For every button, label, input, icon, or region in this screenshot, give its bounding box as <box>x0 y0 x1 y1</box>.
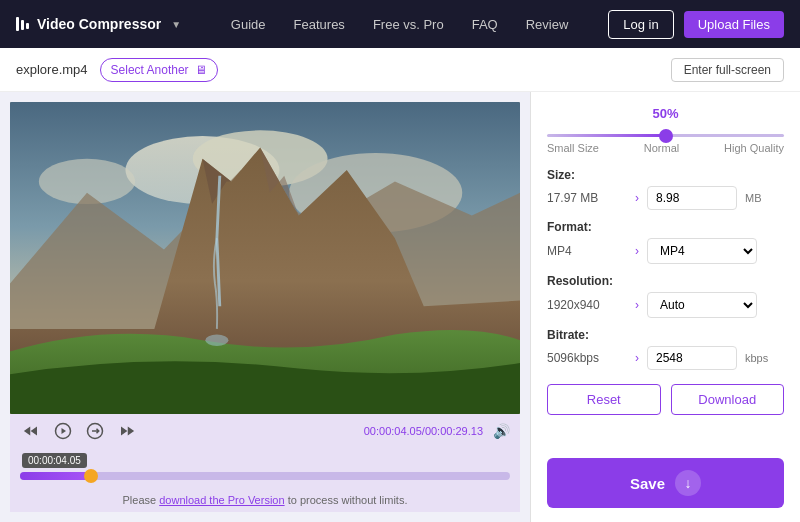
download-button[interactable]: Download <box>671 384 785 415</box>
upload-button[interactable]: Upload Files <box>684 11 784 38</box>
pro-text: Please download the Pro Version to proce… <box>10 488 520 512</box>
svg-marker-7 <box>62 428 67 434</box>
format-original: MP4 <box>547 244 627 258</box>
format-arrow-icon: › <box>635 244 639 258</box>
format-select[interactable]: MP4 AVI MOV MKV WebM <box>647 238 757 264</box>
video-section: 00:00:04.05/00:00:29.13 🔊 00:00:04.05 Pl… <box>0 92 530 522</box>
logo-icon <box>16 17 29 31</box>
size-unit: MB <box>745 192 762 204</box>
quality-slider[interactable] <box>547 134 784 137</box>
pro-link[interactable]: download the Pro Version <box>159 494 284 506</box>
label-high-quality: High Quality <box>724 142 784 154</box>
progress-thumb[interactable] <box>84 469 98 483</box>
format-label: Format: <box>547 220 784 234</box>
bitrate-input[interactable] <box>647 346 737 370</box>
volume-icon[interactable]: 🔊 <box>493 423 510 439</box>
navbar: Video Compressor ▼ Guide Features Free v… <box>0 0 800 48</box>
forward-icon <box>118 422 136 440</box>
size-arrow-icon: › <box>635 191 639 205</box>
loop-icon <box>86 422 104 440</box>
format-control: MP4 › MP4 AVI MOV MKV WebM <box>547 238 784 264</box>
forward-button[interactable] <box>116 420 138 442</box>
format-row: Format: MP4 › MP4 AVI MOV MKV WebM <box>547 220 784 264</box>
nav-features[interactable]: Features <box>294 17 345 32</box>
bitrate-original: 5096kbps <box>547 351 627 365</box>
monitor-icon: 🖥 <box>195 63 207 77</box>
nav-free-vs-pro[interactable]: Free vs. Pro <box>373 17 444 32</box>
resolution-control: 1920x940 › Auto 1920x1080 1280x720 854x4… <box>547 292 784 318</box>
settings-panel: 50% Small Size Normal High Quality Size:… <box>530 92 800 522</box>
progress-bar[interactable] <box>20 472 510 480</box>
subheader: explore.mp4 Select Another 🖥 Enter full-… <box>0 48 800 92</box>
select-another-label: Select Another <box>111 63 189 77</box>
size-row: Size: 17.97 MB › MB <box>547 168 784 210</box>
timestamp-bubble: 00:00:04.05 <box>22 453 87 468</box>
bitrate-label: Bitrate: <box>547 328 784 342</box>
bitrate-unit: kbps <box>745 352 768 364</box>
play-button[interactable] <box>52 420 74 442</box>
bitrate-control: 5096kbps › kbps <box>547 346 784 370</box>
mountain-svg <box>10 102 520 414</box>
logo: Video Compressor ▼ <box>16 16 181 32</box>
quality-section: 50% Small Size Normal High Quality <box>547 106 784 154</box>
label-small-size: Small Size <box>547 142 599 154</box>
pro-prefix: Please <box>123 494 160 506</box>
video-frame <box>10 102 520 414</box>
time-display: 00:00:04.05/00:00:29.13 <box>364 425 483 437</box>
size-label: Size: <box>547 168 784 182</box>
video-controls: 00:00:04.05/00:00:29.13 🔊 <box>10 414 520 448</box>
rewind-button[interactable] <box>20 420 42 442</box>
bitrate-row: Bitrate: 5096kbps › kbps <box>547 328 784 370</box>
play-icon <box>54 422 72 440</box>
pro-suffix: to process without limits. <box>288 494 408 506</box>
quality-percent: 50% <box>547 106 784 121</box>
fullscreen-button[interactable]: Enter full-screen <box>671 58 784 82</box>
loop-button[interactable] <box>84 420 106 442</box>
label-normal: Normal <box>644 142 679 154</box>
resolution-arrow-icon: › <box>635 298 639 312</box>
login-button[interactable]: Log in <box>608 10 673 39</box>
logo-text: Video Compressor <box>37 16 161 32</box>
select-another-button[interactable]: Select Another 🖥 <box>100 58 218 82</box>
size-control: 17.97 MB › MB <box>547 186 784 210</box>
action-buttons: Reset Download <box>547 384 784 415</box>
main-content: 00:00:04.05/00:00:29.13 🔊 00:00:04.05 Pl… <box>0 92 800 522</box>
progress-fill <box>20 472 94 480</box>
nav-actions: Log in Upload Files <box>608 10 784 39</box>
resolution-label: Resolution: <box>547 274 784 288</box>
timeline-section: 00:00:04.05 <box>10 448 520 488</box>
svg-point-5 <box>205 335 228 346</box>
video-container <box>10 102 520 414</box>
save-icon: ↓ <box>675 470 701 496</box>
size-input[interactable] <box>647 186 737 210</box>
nav-faq[interactable]: FAQ <box>472 17 498 32</box>
nav-review[interactable]: Review <box>526 17 569 32</box>
save-button[interactable]: Save ↓ <box>547 458 784 508</box>
nav-guide[interactable]: Guide <box>231 17 266 32</box>
quality-labels: Small Size Normal High Quality <box>547 142 784 154</box>
bitrate-arrow-icon: › <box>635 351 639 365</box>
resolution-original: 1920x940 <box>547 298 627 312</box>
size-original: 17.97 MB <box>547 191 627 205</box>
save-label: Save <box>630 475 665 492</box>
rewind-icon <box>22 422 40 440</box>
resolution-select[interactable]: Auto 1920x1080 1280x720 854x480 <box>647 292 757 318</box>
nav-links: Guide Features Free vs. Pro FAQ Review <box>231 17 568 32</box>
logo-caret[interactable]: ▼ <box>171 19 181 30</box>
filename: explore.mp4 <box>16 62 88 77</box>
reset-button[interactable]: Reset <box>547 384 661 415</box>
resolution-row: Resolution: 1920x940 › Auto 1920x1080 12… <box>547 274 784 318</box>
